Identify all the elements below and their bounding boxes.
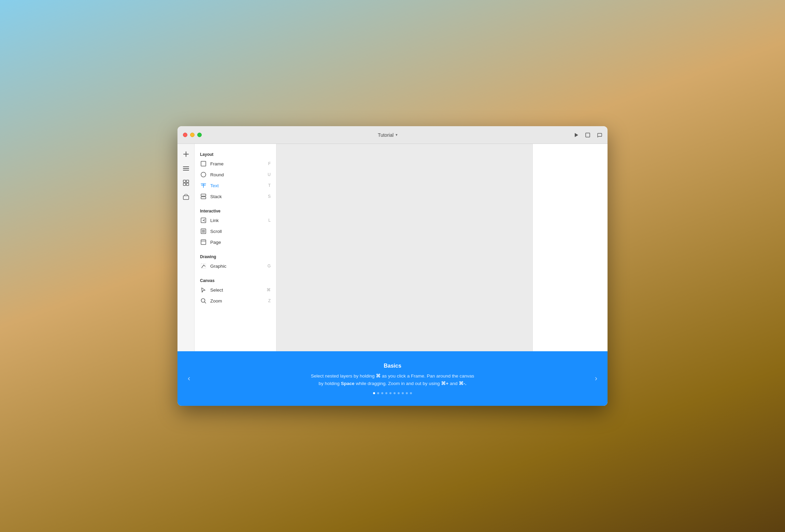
main-area: Layout Frame F Round U [177,144,608,351]
stack-icon [200,193,207,200]
app-window: Tutorial ▾ [177,126,608,406]
titlebar-actions [574,133,602,137]
dot-6 [394,392,396,394]
window-mode-icon[interactable] [585,133,590,137]
svg-rect-1 [586,133,590,137]
close-button[interactable] [183,133,187,137]
dot-10 [410,392,412,394]
round-shortcut: U [268,172,271,177]
prev-button[interactable]: ‹ [188,374,190,383]
link-label: Link [210,218,268,223]
assets-button[interactable] [180,191,192,203]
menu-button[interactable] [180,162,192,175]
frame-label: Frame [210,161,268,166]
svg-rect-11 [183,196,189,200]
left-toolbar [177,144,195,351]
tutorial-text: Select nested layers by holding ⌘ as you… [198,372,587,387]
dot-3 [381,392,383,394]
sidebar-item-frame[interactable]: Frame F [195,158,276,169]
graphic-label: Graphic [210,264,268,269]
canvas-area[interactable] [276,144,532,351]
sidebar-item-text[interactable]: Text T [195,180,276,191]
dot-8 [402,392,404,394]
round-icon [200,171,207,178]
sidebar-item-scroll[interactable]: Scroll [195,226,276,237]
section-interactive-label: Interactive [195,206,276,215]
svg-rect-8 [186,180,189,182]
dot-4 [385,392,387,394]
dot-1 [373,392,375,394]
svg-rect-18 [201,194,206,196]
tutorial-dots [198,392,587,394]
next-button[interactable]: › [595,374,597,383]
dot-9 [406,392,408,394]
scroll-icon [200,228,207,235]
sidebar: Layout Frame F Round U [195,144,276,351]
add-button[interactable] [180,148,192,160]
zoom-icon [200,297,207,304]
page-icon [200,239,207,246]
zoom-shortcut: Z [268,298,271,303]
fullscreen-button[interactable] [197,133,202,137]
section-layout-label: Layout [195,149,276,158]
graphic-icon [200,263,207,269]
tutorial-bar: ‹ Basics Select nested layers by holding… [177,351,608,406]
titlebar: Tutorial ▾ [177,126,608,144]
round-label: Round [210,172,268,177]
frame-shortcut: F [268,161,271,166]
title-chevron-icon: ▾ [396,133,398,137]
svg-line-29 [204,265,205,266]
svg-line-31 [205,302,206,304]
text-shortcut: T [268,183,271,188]
section-drawing-label: Drawing [195,252,276,261]
sidebar-item-page[interactable]: Page [195,237,276,248]
minimize-button[interactable] [190,133,195,137]
svg-marker-0 [575,133,578,137]
svg-rect-10 [186,183,189,186]
zoom-label: Zoom [210,298,268,304]
page-label: Page [210,240,271,245]
dot-2 [377,392,379,394]
frame-icon [200,160,207,167]
stack-label: Stack [210,194,268,199]
window-title: Tutorial [378,132,394,138]
text-icon [200,182,207,189]
grid-button[interactable] [180,177,192,189]
svg-line-28 [202,265,204,268]
graphic-shortcut: G [268,264,271,268]
sidebar-item-stack[interactable]: Stack S [195,191,276,202]
select-label: Select [210,287,267,293]
right-panel [532,144,608,351]
svg-rect-19 [201,197,206,199]
section-canvas-label: Canvas [195,276,276,284]
play-icon[interactable] [574,133,579,137]
tutorial-title: Basics [198,363,587,369]
select-shortcut: ⌘ [267,287,271,292]
scroll-label: Scroll [210,229,271,234]
traffic-lights [183,133,202,137]
stack-shortcut: S [268,194,271,199]
link-icon [200,217,207,224]
select-icon [200,286,207,293]
dot-7 [398,392,400,394]
chat-icon[interactable] [597,133,602,137]
sidebar-item-select[interactable]: Select ⌘ [195,284,276,295]
sidebar-item-zoom[interactable]: Zoom Z [195,295,276,306]
svg-rect-9 [183,183,186,186]
svg-rect-25 [201,240,206,245]
sidebar-item-graphic[interactable]: Graphic G [195,261,276,271]
sidebar-item-round[interactable]: Round U [195,169,276,180]
svg-point-30 [201,299,205,302]
sidebar-item-link[interactable]: Link L [195,215,276,226]
link-shortcut: L [268,218,271,223]
text-label: Text [210,183,268,188]
svg-rect-12 [201,161,206,166]
svg-rect-7 [183,180,186,182]
window-title-area: Tutorial ▾ [378,132,398,138]
svg-point-13 [201,172,206,177]
dot-5 [389,392,391,394]
tutorial-content: Basics Select nested layers by holding ⌘… [198,363,587,394]
